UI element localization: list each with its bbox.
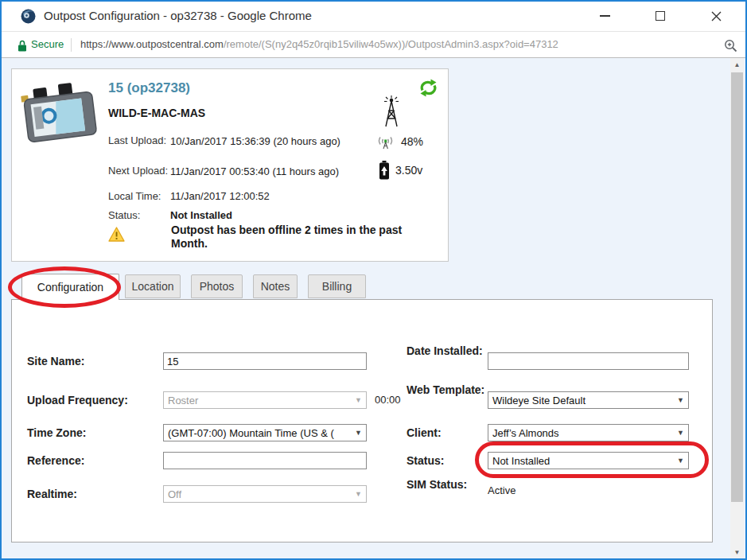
site-name-label: Site Name: bbox=[27, 355, 84, 368]
url-text[interactable]: https://www.outpostcentral.com/remote/(S… bbox=[80, 38, 558, 50]
close-icon bbox=[711, 11, 722, 21]
web-template-select[interactable]: Wildeye Site Default ▼ bbox=[488, 391, 689, 409]
upload-frequency-select[interactable]: Roster ▼ bbox=[163, 391, 367, 409]
antenna-tower-icon bbox=[381, 95, 402, 128]
tab-location[interactable]: Location bbox=[125, 274, 181, 298]
device-photo bbox=[20, 76, 99, 146]
window-title: Outpost Configuration - op32738 - Google… bbox=[44, 9, 312, 22]
vertical-scrollbar[interactable]: ▲ ▼ bbox=[730, 58, 744, 558]
chevron-down-icon: ▼ bbox=[677, 396, 684, 404]
realtime-select[interactable]: Off ▼ bbox=[163, 485, 367, 503]
refresh-icon[interactable] bbox=[418, 79, 438, 97]
realtime-label: Realtime: bbox=[27, 488, 77, 501]
page-content: 15 (op32738) WILD-E-MAC-MAS Last Upload:… bbox=[2, 58, 745, 558]
chevron-down-icon: ▼ bbox=[677, 457, 684, 465]
scroll-down-button[interactable]: ▼ bbox=[730, 546, 744, 558]
reference-label: Reference: bbox=[27, 454, 84, 468]
info-row-status: Status: Not Installed bbox=[108, 207, 426, 224]
status-select[interactable]: Not Installed ▼ bbox=[488, 452, 689, 469]
client-select[interactable]: Jeff’s Almonds ▼ bbox=[488, 424, 689, 441]
date-installed-input[interactable] bbox=[488, 352, 689, 370]
device-status-value: Not Installed bbox=[170, 209, 232, 221]
upload-frequency-label: Upload Frequency: bbox=[27, 394, 128, 407]
device-model: WILD-E-MAC-MAS bbox=[108, 107, 205, 119]
tab-photos[interactable]: Photos bbox=[191, 274, 243, 298]
battery-voltage: 3.50v bbox=[379, 161, 422, 180]
warning-icon bbox=[108, 227, 125, 242]
browser-window: Outpost Configuration - op32738 - Google… bbox=[0, 0, 747, 560]
battery-icon bbox=[379, 161, 390, 180]
time-zone-select[interactable]: (GMT-07:00) Mountain Time (US & ( ▼ bbox=[163, 424, 367, 441]
signal-value: 48% bbox=[401, 135, 423, 148]
sim-status-label: SIM Status: bbox=[407, 478, 486, 492]
info-row-local-time: Local Time: 11/Jan/2017 12:00:52 bbox=[108, 188, 426, 204]
site-name-input[interactable] bbox=[163, 352, 367, 370]
close-button[interactable] bbox=[698, 2, 733, 30]
minimize-button[interactable] bbox=[587, 2, 622, 30]
device-title: 15 (op32738) bbox=[108, 80, 190, 96]
signal-icon bbox=[375, 133, 396, 150]
maximize-button[interactable] bbox=[643, 2, 678, 30]
web-template-label: Web Template: bbox=[407, 383, 486, 397]
tab-notes[interactable]: Notes bbox=[253, 274, 298, 298]
site-favicon-icon bbox=[21, 9, 36, 24]
tab-billing[interactable]: Billing bbox=[308, 274, 366, 298]
client-label: Client: bbox=[407, 426, 442, 440]
device-info-panel: 15 (op32738) WILD-E-MAC-MAS Last Upload:… bbox=[11, 68, 449, 262]
zoom-icon[interactable] bbox=[724, 39, 737, 52]
title-bar: Outpost Configuration - op32738 - Google… bbox=[2, 2, 745, 31]
maximize-icon bbox=[656, 11, 665, 21]
scrollbar-thumb[interactable] bbox=[731, 72, 743, 502]
chevron-down-icon: ▼ bbox=[355, 490, 362, 498]
sim-status-value: Active bbox=[488, 484, 516, 496]
date-installed-label: Date Installed: bbox=[407, 344, 486, 358]
secure-label: Secure bbox=[31, 38, 64, 50]
chevron-down-icon: ▼ bbox=[353, 429, 362, 437]
signal-strength: 48% bbox=[375, 133, 423, 150]
upload-time-value: 00:00 bbox=[375, 394, 401, 406]
secure-lock-icon bbox=[18, 40, 27, 52]
status-label: Status: bbox=[407, 454, 444, 468]
offline-warning: Outpost has been offline 2 times in the … bbox=[108, 224, 434, 251]
configuration-form: Site Name: Upload Frequency: Roster ▼ 00… bbox=[11, 299, 713, 542]
reference-input[interactable] bbox=[163, 452, 367, 469]
tab-configuration[interactable]: Configuration bbox=[21, 274, 119, 300]
scroll-up-button[interactable]: ▲ bbox=[730, 58, 744, 71]
minimize-icon bbox=[600, 15, 610, 17]
chevron-down-icon: ▼ bbox=[677, 429, 684, 437]
address-bar[interactable]: Secure https://www.outpostcentral.com/re… bbox=[2, 31, 745, 58]
time-zone-label: Time Zone: bbox=[27, 426, 86, 440]
warning-text: Outpost has been offline 2 times in the … bbox=[171, 224, 434, 251]
battery-value: 3.50v bbox=[395, 164, 422, 177]
url-divider bbox=[71, 38, 72, 52]
chevron-down-icon: ▼ bbox=[355, 396, 362, 404]
